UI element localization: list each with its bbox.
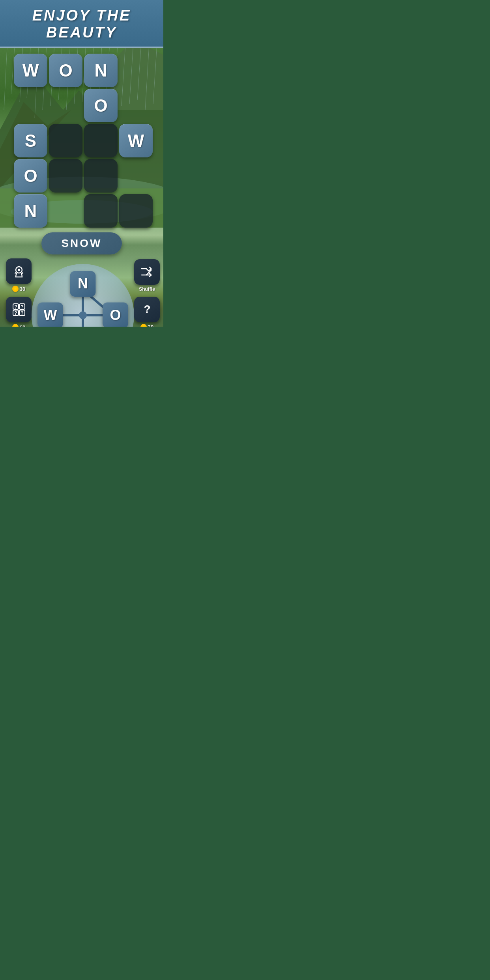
- tile-N1: N: [84, 54, 118, 87]
- left-controls: 30 ? ? ? ?: [6, 258, 32, 327]
- extra-button[interactable]: ? ? ? ? 60: [6, 297, 32, 327]
- hint-cost: 30: [12, 286, 25, 292]
- svg-text:?: ?: [14, 310, 17, 316]
- tile-dark-r5c4: [119, 194, 153, 228]
- right-controls: Shuffle ? 20: [134, 259, 160, 327]
- svg-text:?: ?: [144, 303, 150, 315]
- wheel-letter-O[interactable]: O: [103, 302, 128, 327]
- tile-empty-r2c4: [119, 89, 153, 122]
- tile-W1: W: [14, 54, 47, 87]
- hint2-cost: 20: [140, 324, 153, 327]
- question-marks-icon: ? ? ? ?: [11, 302, 26, 317]
- tile-O3: O: [14, 159, 47, 193]
- shuffle-arrows-icon: [140, 265, 154, 279]
- tile-dark-r5c3: [84, 194, 118, 228]
- tile-O2: O: [84, 89, 118, 122]
- word-grid: W O N O S W O: [14, 54, 151, 191]
- svg-text:?: ?: [21, 310, 23, 316]
- letter-wheel[interactable]: N W O S: [32, 264, 134, 327]
- finger-touch-icon: [12, 264, 26, 279]
- header: ENJOY THE BEAUTY: [0, 0, 163, 48]
- tile-empty-r2c1: [14, 89, 47, 122]
- current-word: SNOW: [41, 232, 122, 254]
- shuffle-icon[interactable]: [134, 259, 160, 285]
- tile-dark-r4c2: [49, 159, 82, 193]
- word-grid-row5: N: [14, 194, 151, 226]
- hint2-icon[interactable]: ?: [134, 297, 160, 322]
- extra-cost: 60: [12, 324, 25, 327]
- coin-icon-hint: [12, 286, 19, 292]
- tile-dark-r3c3: [84, 124, 118, 157]
- hint-button[interactable]: 30: [6, 258, 32, 292]
- tile-S: S: [14, 124, 47, 157]
- page-title: ENJOY THE BEAUTY: [8, 7, 155, 41]
- tile-empty-r2c2: [49, 89, 82, 122]
- current-word-container: SNOW: [4, 232, 159, 254]
- hint-icon[interactable]: [6, 258, 32, 284]
- tile-empty-r1c4: [119, 54, 153, 87]
- wheel-letter-N[interactable]: N: [70, 271, 96, 297]
- hint2-button[interactable]: ? 20: [134, 297, 160, 327]
- tile-dark-r3c2: [49, 124, 82, 157]
- svg-text:?: ?: [21, 304, 23, 310]
- wheel-container: N W O S: [32, 264, 134, 327]
- shuffle-button[interactable]: Shuffle: [134, 259, 160, 292]
- extra-icon[interactable]: ? ? ? ?: [6, 297, 32, 322]
- coin-icon-extra: [12, 324, 19, 327]
- game-screen: ENJOY THE BEAUTY W O N O S W O: [0, 0, 163, 327]
- tile-empty-r4c4: [119, 159, 153, 193]
- question-icon: ?: [140, 302, 154, 316]
- tile-O1: O: [49, 54, 82, 87]
- svg-text:?: ?: [14, 304, 17, 310]
- tile-dark-r4c3: [84, 159, 118, 193]
- svg-point-51: [79, 311, 87, 319]
- svg-point-28: [18, 269, 20, 271]
- tile-N2: N: [14, 194, 47, 228]
- tile-empty-r5c2: [49, 194, 82, 228]
- shuffle-label: Shuffle: [139, 286, 155, 292]
- coin-icon-hint2: [140, 324, 147, 327]
- wheel-letter-W[interactable]: W: [37, 302, 63, 327]
- tile-W2: W: [119, 124, 153, 157]
